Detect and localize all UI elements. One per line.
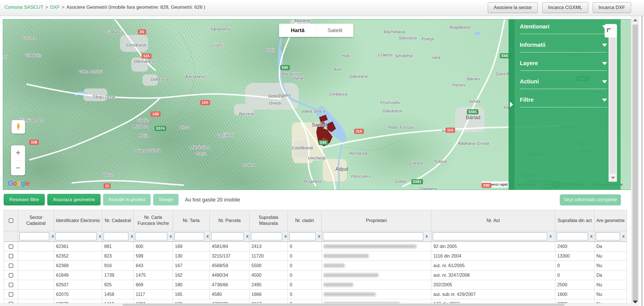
- row-checkbox[interactable]: [9, 283, 13, 287]
- zoom-out-button[interactable]: −: [11, 161, 25, 176]
- row-checkbox[interactable]: [9, 254, 13, 258]
- clear-filter-button[interactable]: x: [622, 234, 625, 238]
- vezi-informatii-complete-button[interactable]: Vezi informatii complete: [560, 194, 621, 205]
- table-row[interactable]: 625079256691804736/6624950202/20052500Nu: [4, 280, 627, 290]
- sidebar-scroll-thumb[interactable]: [610, 33, 616, 174]
- clear-filter-button[interactable]: x: [425, 234, 428, 238]
- filter-input-nr-cladiri[interactable]: [289, 232, 316, 240]
- table-row[interactable]: 6207014581117165458016660aut. sub nr. 42…: [4, 290, 627, 299]
- column-header[interactable]: Suprafata din act: [555, 210, 594, 231]
- incarca-cgxml-button[interactable]: Incarca CGXML: [542, 2, 588, 13]
- asociaza-geometrie-button[interactable]: Asociaza geometrie: [47, 194, 101, 205]
- map-place-label: Podu Turcului: [388, 125, 414, 130]
- column-header[interactable]: Nr. Parcela: [210, 210, 249, 231]
- filter-input-nr-carte-funciara-veche[interactable]: [135, 232, 167, 240]
- page-scrollbar[interactable]: [631, 16, 639, 306]
- page-scroll-thumb[interactable]: [632, 25, 638, 302]
- column-header[interactable]: Identificator Electronic: [54, 210, 102, 231]
- sterge-button[interactable]: Sterge: [153, 194, 179, 205]
- column-header[interactable]: Suprafata Masurata: [249, 210, 288, 231]
- filter-input-nr-tarla[interactable]: [174, 232, 204, 240]
- filter-input-nr-act[interactable]: [433, 232, 547, 240]
- row-checkbox[interactable]: [9, 244, 13, 249]
- cell: Nu: [594, 261, 627, 270]
- breadcrumb-link-dxf[interactable]: DXF: [50, 5, 60, 10]
- sidebar-section-actiuni[interactable]: Actiuni: [520, 78, 607, 87]
- clear-filter-button[interactable]: x: [284, 234, 287, 238]
- redacted-owner-name: [324, 254, 369, 258]
- sidebar-section-atentionari[interactable]: Atentionari: [520, 23, 607, 32]
- sidebar-section-filtre[interactable]: Filtre: [520, 97, 607, 105]
- column-header[interactable]: Nr. cladiri: [288, 210, 322, 231]
- clear-filter-button[interactable]: x: [206, 234, 209, 238]
- table-row[interactable]: 623528235991303215/1371172001116 din 200…: [4, 251, 627, 261]
- clear-filter-button[interactable]: x: [170, 234, 172, 238]
- cell: 5500: [249, 261, 288, 270]
- scroll-down-icon[interactable]: [633, 301, 638, 303]
- clear-filter-button[interactable]: x: [246, 234, 248, 238]
- map-place-label: Hârja: [138, 133, 148, 138]
- clear-filter-button[interactable]: x: [549, 234, 552, 238]
- incarca-dxf-button[interactable]: Incarca DXF: [593, 2, 631, 13]
- map-view-button[interactable]: Hartă: [279, 24, 316, 37]
- filter-input-are-geometrie[interactable]: [596, 232, 620, 240]
- clear-filter-button[interactable]: x: [318, 234, 320, 238]
- clear-filter-button[interactable]: x: [99, 234, 101, 238]
- horizontal-scroll-thumb[interactable]: [122, 304, 565, 306]
- cell: 92 din 2005: [431, 242, 555, 251]
- clear-filter-button[interactable]: x: [590, 234, 592, 238]
- scroll-down-icon[interactable]: [611, 177, 615, 179]
- clear-filter-button[interactable]: x: [131, 234, 133, 238]
- map-place-label: Ruginești: [304, 179, 322, 184]
- column-header[interactable]: Proprietari: [322, 210, 431, 231]
- map-control-stub[interactable]: [605, 24, 617, 37]
- resetare-filtre-button[interactable]: Resetare filtre: [4, 194, 45, 205]
- sidebar-section-informatii[interactable]: Informatii: [520, 42, 607, 50]
- sidebar-collapse-arrow-icon[interactable]: [510, 102, 513, 107]
- asociere-la-sector-button[interactable]: Asociere la sector: [488, 2, 538, 13]
- satellite-view-button[interactable]: Satelit: [316, 24, 353, 37]
- column-header[interactable]: Sector Cadastral: [18, 210, 54, 231]
- table-row[interactable]: 623618816001694581/842413092 din 2005240…: [4, 242, 627, 251]
- redacted-owner-name: [324, 292, 376, 296]
- filter-input-proprietari[interactable]: [323, 232, 423, 240]
- filter-input-nr-parcela[interactable]: [211, 232, 244, 240]
- select-all-checkbox[interactable]: [9, 218, 13, 223]
- breadcrumb-link-comuna[interactable]: Comuna SASCUT: [5, 5, 43, 10]
- scroll-up-icon[interactable]: [633, 19, 638, 21]
- sidebar-scrollbar[interactable]: [609, 25, 617, 182]
- column-header[interactable]: Are geometrie: [594, 210, 627, 231]
- breadcrumb: Comuna SASCUT>DXF>Asociere Geometrii (Im…: [5, 5, 205, 10]
- chevron-down-icon: [602, 80, 607, 83]
- table-row[interactable]: 623699166431674568/5955000aut. nr. 61/20…: [4, 261, 627, 270]
- filter-input-suprafata-masurata[interactable]: [251, 232, 282, 240]
- divider: [520, 52, 607, 52]
- cell: [322, 251, 431, 261]
- filter-input-suprafata-din-act[interactable]: [557, 232, 588, 240]
- zoom-in-button[interactable]: +: [11, 145, 25, 160]
- cell: 4500: [249, 270, 288, 280]
- cell: Nu: [594, 251, 627, 261]
- cell: Da: [594, 270, 627, 280]
- filter-input-nr-cadastral[interactable]: [104, 232, 128, 240]
- row-checkbox[interactable]: [9, 273, 13, 278]
- map-place-label: Moinești: [295, 19, 310, 23]
- filter-input-sector-cadastral[interactable]: [19, 232, 49, 240]
- map-place-label: Răcăciuni: [282, 71, 300, 76]
- map-place-label: Coşnea: [22, 35, 36, 40]
- column-header[interactable]: Nr. Act: [431, 210, 555, 231]
- include-in-proiect-button[interactable]: Include in proiect: [103, 194, 151, 205]
- horizontal-scrollbar[interactable]: [0, 303, 631, 306]
- column-header[interactable]: Nr. Carte Funciara Veche: [134, 210, 173, 231]
- filter-input-identificator-electronic[interactable]: [55, 232, 97, 240]
- clear-filter-button[interactable]: x: [52, 234, 54, 238]
- table-row[interactable]: 61849173914751624490/3445000aut. nr. 324…: [4, 270, 627, 280]
- sidebar-section-layere[interactable]: Layere: [520, 60, 607, 68]
- column-header[interactable]: Nr. Tarla: [173, 210, 210, 231]
- map-canvas[interactable]: MoineștiCiobănuşCoşneaComăneștiCiobănișe…: [3, 19, 639, 190]
- row-checkbox[interactable]: [9, 292, 13, 297]
- pegman-control[interactable]: [12, 120, 25, 134]
- cell: Nu: [594, 290, 627, 299]
- row-checkbox[interactable]: [9, 263, 13, 268]
- column-header[interactable]: Nr. Cadastral: [102, 210, 134, 231]
